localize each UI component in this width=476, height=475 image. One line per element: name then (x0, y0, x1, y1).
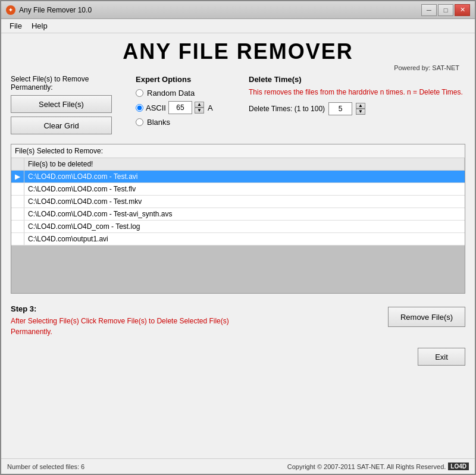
main-window: ✦ Any File Remover 10.0 ─ □ ✕ File Help … (0, 0, 476, 475)
random-data-row: Random Data (136, 89, 243, 97)
table-row[interactable]: C:\LO4D.com\output1.avi (11, 233, 465, 246)
table-row[interactable]: C:\LO4D.com\LO4D_com - Test.log (11, 221, 465, 233)
close-button[interactable]: ✕ (455, 4, 470, 16)
title-bar-buttons: ─ □ ✕ (421, 4, 470, 16)
file-path-cell: C:\LO4D.com\LO4D.com - Test.avi (24, 171, 465, 183)
select-files-col: Select File(s) to Remove Permanently: Se… (11, 75, 130, 138)
app-header: ANY FILE REMOVER Powered by: SAT-NET (11, 39, 465, 71)
table-row[interactable]: C:\LO4D.com\LO4D.com - Test.mkv (11, 196, 465, 208)
selected-files-status: Number of selected files: 6 (7, 463, 84, 470)
options-row: Select File(s) to Remove Permanently: Se… (11, 75, 465, 138)
blanks-row: Blanks (136, 118, 243, 127)
empty-grid-area (11, 246, 465, 293)
delete-times-label: Delete Times: (1 to 100) (249, 105, 325, 113)
watermark-logo: LO4D (448, 463, 469, 470)
table-row[interactable]: C:\LO4D.com\LO4D.com - Test-avi_synth.av… (11, 208, 465, 221)
menu-bar: File Help (1, 19, 475, 33)
app-icon: ✦ (6, 5, 15, 15)
ascii-increment-button[interactable]: ▲ (195, 102, 204, 108)
random-data-radio[interactable] (136, 89, 143, 97)
row-indicator (11, 221, 24, 233)
window-title: Any File Remover 10.0 (19, 6, 92, 14)
clear-grid-button[interactable]: Clear Grid (11, 117, 112, 134)
step-label: Step 3: (11, 304, 388, 313)
files-column-header: File(s) to be deleted! (24, 158, 465, 171)
file-path-cell: C:\LO4D.com\LO4D.com - Test.mkv (24, 196, 465, 208)
grid-indicator-header (11, 158, 24, 171)
ascii-letter-display: A (208, 103, 213, 112)
file-path-cell: C:\LO4D.com\output1.avi (24, 233, 465, 246)
table-row[interactable]: C:\LO4D.com\LO4D.com - Test.flv (11, 183, 465, 196)
step-info: Step 3: After Selecting File(s) Click Re… (11, 304, 388, 337)
app-title: ANY FILE REMOVER (11, 39, 465, 64)
blanks-label[interactable]: Blanks (147, 118, 170, 127)
main-content: ANY FILE REMOVER Powered by: SAT-NET Sel… (1, 33, 475, 376)
delete-times-input[interactable] (328, 102, 352, 115)
file-path-cell: C:\LO4D.com\LO4D.com - Test.flv (24, 183, 465, 196)
delete-times-spinner-buttons: ▲ ▼ (356, 103, 365, 115)
delete-times-col: Delete Time(s) This removes the files fr… (249, 75, 465, 115)
help-menu-item[interactable]: Help (27, 20, 52, 32)
title-bar: ✦ Any File Remover 10.0 ─ □ ✕ (1, 1, 475, 19)
copyright-text: Copyright © 2007-2011 SAT-NET. All Right… (287, 463, 446, 470)
delete-times-row: Delete Times: (1 to 100) ▲ ▼ (249, 102, 465, 115)
title-bar-left: ✦ Any File Remover 10.0 (6, 5, 92, 15)
delete-times-decrement-button[interactable]: ▼ (356, 109, 365, 115)
remove-files-button[interactable]: Remove File(s) (388, 307, 465, 327)
ascii-decrement-button[interactable]: ▼ (195, 108, 204, 114)
files-section-label: File(s) Selected to Remove: (11, 144, 465, 158)
file-menu-item[interactable]: File (5, 20, 27, 32)
row-indicator (11, 196, 24, 208)
files-grid: File(s) to be deleted! ▶C:\LO4D.com\LO4D… (11, 158, 465, 246)
exit-button[interactable]: Exit (418, 348, 465, 366)
step-description: After Selecting File(s) Click Remove Fil… (11, 316, 388, 337)
ascii-radio[interactable] (136, 104, 143, 112)
watermark: Copyright © 2007-2011 SAT-NET. All Right… (287, 463, 469, 470)
select-files-button[interactable]: Select File(s) (11, 95, 112, 113)
row-indicator: ▶ (11, 171, 24, 183)
ascii-label[interactable]: ASCII (146, 103, 166, 112)
status-bar: Number of selected files: 6 Copyright © … (1, 458, 475, 474)
ascii-spinner-buttons: ▲ ▼ (195, 102, 204, 114)
file-path-cell: C:\LO4D.com\LO4D_com - Test.log (24, 221, 465, 233)
ascii-row: ASCII ▲ ▼ A (136, 101, 243, 114)
exit-row: Exit (11, 348, 465, 366)
bottom-section: Step 3: After Selecting File(s) Click Re… (11, 300, 465, 342)
select-files-label: Select File(s) to Remove Permanently: (11, 75, 130, 92)
row-indicator (11, 233, 24, 246)
random-data-label[interactable]: Random Data (147, 89, 195, 97)
maximize-button[interactable]: □ (438, 4, 453, 16)
table-row[interactable]: ▶C:\LO4D.com\LO4D.com - Test.avi (11, 171, 465, 183)
file-path-cell: C:\LO4D.com\LO4D.com - Test-avi_synth.av… (24, 208, 465, 221)
blanks-radio[interactable] (136, 118, 143, 126)
delete-times-increment-button[interactable]: ▲ (356, 103, 365, 109)
powered-by: Powered by: SAT-NET (11, 64, 459, 71)
minimize-button[interactable]: ─ (421, 4, 437, 16)
row-indicator (11, 208, 24, 221)
delete-times-title: Delete Time(s) (249, 75, 465, 84)
ascii-value-input[interactable] (168, 101, 192, 114)
row-indicator (11, 183, 24, 196)
expert-options-title: Expert Options (136, 75, 243, 84)
delete-times-desc: This removes the files from the harddriv… (249, 87, 465, 97)
expert-options-col: Expert Options Random Data ASCII ▲ ▼ A (136, 75, 243, 130)
files-section: File(s) Selected to Remove: File(s) to b… (11, 144, 465, 294)
